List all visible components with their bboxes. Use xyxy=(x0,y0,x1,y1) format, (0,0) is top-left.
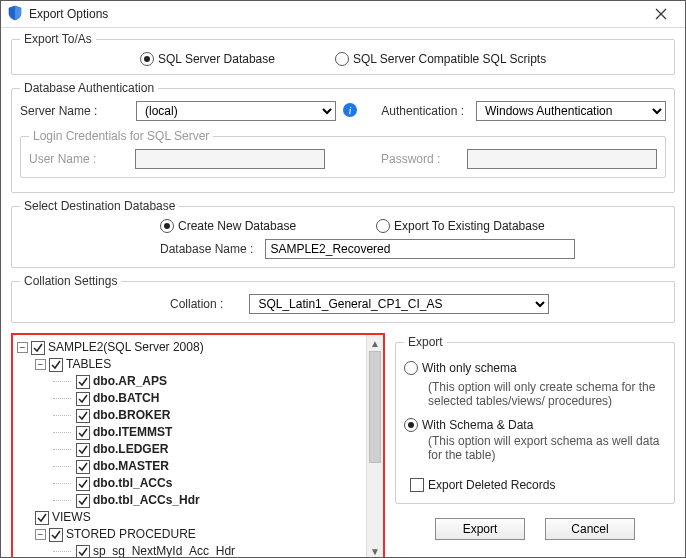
server-name-label: Server Name : xyxy=(20,104,130,118)
dest-db-legend: Select Destination Database xyxy=(20,199,179,213)
db-auth-legend: Database Authentication xyxy=(20,81,158,95)
checkbox-icon[interactable] xyxy=(76,443,90,457)
radio-sql-scripts[interactable]: SQL Server Compatible SQL Scripts xyxy=(335,52,546,66)
radio-with-only-schema[interactable]: With only schema xyxy=(404,361,517,375)
app-icon xyxy=(7,5,29,24)
export-mode-group: Export With only schema (This option wil… xyxy=(395,335,675,504)
collation-settings-group: Collation Settings Collation : SQL_Latin… xyxy=(11,274,675,323)
title-bar: Export Options xyxy=(1,1,685,28)
database-name-label: Database Name : xyxy=(160,242,253,256)
tree-stored-procedure[interactable]: −STORED PROCEDURE xyxy=(17,526,364,543)
radio-export-to-existing-database[interactable]: Export To Existing Database xyxy=(376,219,545,233)
close-button[interactable] xyxy=(643,5,679,23)
checkbox-icon[interactable] xyxy=(76,375,90,389)
export-to-as-legend: Export To/As xyxy=(20,32,96,46)
checkbox-icon[interactable] xyxy=(76,392,90,406)
authentication-select[interactable]: Windows Authentication xyxy=(476,101,666,121)
destination-database-group: Select Destination Database Create New D… xyxy=(11,199,675,268)
tree-table-item[interactable]: dbo.tbl_ACCs xyxy=(17,475,364,492)
cancel-button[interactable]: Cancel xyxy=(545,518,635,540)
password-label: Password : xyxy=(381,152,461,166)
checkbox-icon[interactable] xyxy=(49,528,63,542)
database-name-input[interactable] xyxy=(265,239,575,259)
tree-scrollbar[interactable]: ▲ ▼ xyxy=(366,335,383,558)
server-name-select[interactable]: (local) xyxy=(136,101,336,121)
scroll-up-arrow[interactable]: ▲ xyxy=(367,335,383,351)
authentication-label: Authentication : xyxy=(381,104,464,118)
database-authentication-group: Database Authentication Server Name : (l… xyxy=(11,81,675,193)
login-cred-legend: Login Credentials for SQL Server xyxy=(29,129,213,143)
tree-table-item[interactable]: dbo.MASTER xyxy=(17,458,364,475)
schema-only-help: (This option will only create schema for… xyxy=(404,380,666,408)
tree-toggle[interactable]: − xyxy=(35,529,46,540)
collation-label: Collation : xyxy=(170,297,223,311)
export-options-dialog: Export Options Export To/As SQL Server D… xyxy=(0,0,686,558)
checkbox-icon[interactable] xyxy=(76,494,90,508)
checkbox-icon[interactable] xyxy=(35,511,49,525)
radio-with-schema-and-data[interactable]: With Schema & Data xyxy=(404,418,533,432)
info-icon[interactable]: i xyxy=(342,102,358,121)
svg-text:i: i xyxy=(348,104,351,116)
tree-table-item[interactable]: dbo.tbl_ACCs_Hdr xyxy=(17,492,364,509)
tree-table-item[interactable]: dbo.BROKER xyxy=(17,407,364,424)
checkbox-icon[interactable] xyxy=(76,426,90,440)
tree-toggle[interactable]: − xyxy=(35,359,46,370)
tree-root[interactable]: −SAMPLE2(SQL Server 2008) xyxy=(17,339,364,356)
tree-views[interactable]: VIEWS xyxy=(17,509,364,526)
export-button[interactable]: Export xyxy=(435,518,525,540)
tree-table-item[interactable]: dbo.ITEMMST xyxy=(17,424,364,441)
export-legend: Export xyxy=(404,335,447,349)
radio-create-new-database[interactable]: Create New Database xyxy=(160,219,296,233)
tree-table-item[interactable]: dbo.BATCH xyxy=(17,390,364,407)
tree-toggle[interactable]: − xyxy=(17,342,28,353)
checkbox-icon[interactable] xyxy=(31,341,45,355)
checkbox-icon[interactable] xyxy=(76,460,90,474)
schema-data-help: (This option will export schema as well … xyxy=(404,434,666,462)
tree-table-item[interactable]: dbo.LEDGER xyxy=(17,441,364,458)
object-tree: −SAMPLE2(SQL Server 2008)−TABLESdbo.AR_A… xyxy=(11,333,385,558)
checkbox-icon[interactable] xyxy=(49,358,63,372)
scroll-thumb[interactable] xyxy=(369,351,381,463)
window-title: Export Options xyxy=(29,7,643,21)
checkbox-icon[interactable] xyxy=(76,477,90,491)
user-name-input xyxy=(135,149,325,169)
tree-tables[interactable]: −TABLES xyxy=(17,356,364,373)
tree-sp-item[interactable]: sp_sg_NextMyId_Acc_Hdr xyxy=(17,543,364,558)
tree-table-item[interactable]: dbo.AR_APS xyxy=(17,373,364,390)
user-name-label: User Name : xyxy=(29,152,129,166)
checkbox-icon[interactable] xyxy=(76,545,90,559)
checkbox-export-deleted-records[interactable]: Export Deleted Records xyxy=(410,478,555,492)
export-to-as-group: Export To/As SQL Server Database SQL Ser… xyxy=(11,32,675,75)
radio-sql-server-database[interactable]: SQL Server Database xyxy=(140,52,275,66)
checkbox-icon[interactable] xyxy=(76,409,90,423)
login-credentials-group: Login Credentials for SQL Server User Na… xyxy=(20,129,666,178)
scroll-down-arrow[interactable]: ▼ xyxy=(367,543,383,558)
collation-legend: Collation Settings xyxy=(20,274,121,288)
collation-select[interactable]: SQL_Latin1_General_CP1_CI_AS xyxy=(249,294,549,314)
password-input xyxy=(467,149,657,169)
